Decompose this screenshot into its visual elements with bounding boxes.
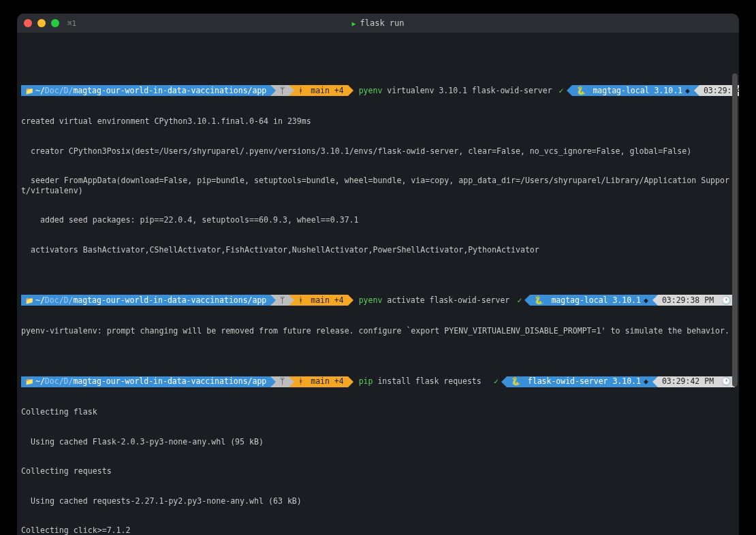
zoom-button[interactable] [51,19,59,27]
prompt-row: ~/Doc/D/magtag-our-world-in-data-vaccina… [21,85,735,96]
clock-segment: 03:29:38 PM 🕐 [658,295,735,306]
process-icon: ▶ [351,20,356,27]
prompt-row: ~/Doc/D/magtag-our-world-in-data-vaccina… [21,295,735,306]
path-segment: ~/Doc/D/magtag-our-world-in-data-vaccina… [21,85,270,96]
command-text: pyenv virtualenv 3.10.1 flask-owid-serve… [353,85,556,96]
command-text: pyenv activate flask-owid-server [353,295,514,306]
clock-segment: 03:29:42 PM 🕐 [658,376,735,387]
output-line: Collecting flask [21,407,735,417]
env-segment: 🐍 magtag-local 3.10.1 ◆ [572,85,694,96]
output-line: created virtual environment CPython3.10.… [21,116,735,126]
output-line: Collecting requests [21,466,735,476]
terminal-body[interactable]: ~/Doc/D/magtag-our-world-in-data-vaccina… [17,33,739,535]
git-segment: ᛘ [276,376,289,387]
output-line: activators BashActivator,CShellActivator… [21,245,735,255]
path-segment: ~/Doc/D/magtag-our-world-in-data-vaccina… [21,295,270,306]
title-text: flask run [360,18,405,28]
branch-segment: ᚼ main +4 [294,376,347,387]
prompt-row: ~/Doc/D/magtag-our-world-in-data-vaccina… [21,376,735,387]
output-line: added seed packages: pip==22.0.4, setupt… [21,215,735,225]
status-check-icon: ✓ [556,85,567,96]
output-line: Using cached requests-2.27.1-py2.py3-non… [21,496,735,506]
branch-segment: ᚼ main +4 [294,295,347,306]
command-text: pip install flask requests [353,376,486,387]
env-segment: 🐍 magtag-local 3.10.1 ◆ [530,295,652,306]
output-line: Collecting click>=7.1.2 [21,525,735,535]
terminal-window: ⌘1 ▶ flask run ~/Doc/D/magtag-our-world-… [17,14,739,535]
git-segment: ᛘ [276,295,289,306]
window-title: ▶ flask run [351,18,404,28]
tab-indicator: ⌘1 [67,19,76,28]
output-line: Using cached Flask-2.0.3-py3-none-any.wh… [21,437,735,447]
status-check-icon: ✓ [491,376,501,387]
path-segment: ~/Doc/D/magtag-our-world-in-data-vaccina… [21,376,270,387]
traffic-lights [24,19,59,27]
output-line: creator CPython3Posix(dest=/Users/shyrup… [21,146,735,156]
env-segment: 🐍 flask-owid-server 3.10.1 ◆ [507,376,652,387]
output-line: pyenv-virtualenv: prompt changing will b… [21,326,735,336]
branch-segment: ᚼ main +4 [294,85,347,96]
close-button[interactable] [24,19,32,27]
output-line: seeder FromAppData(download=False, pip=b… [21,176,735,195]
titlebar: ⌘1 ▶ flask run [17,14,739,33]
git-segment: ᛘ [276,85,289,96]
scrollbar[interactable] [732,74,738,387]
minimize-button[interactable] [37,19,46,27]
status-check-icon: ✓ [515,295,525,306]
